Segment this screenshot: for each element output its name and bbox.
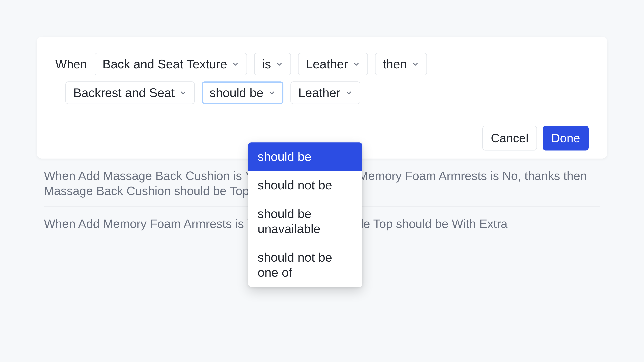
chevron-down-icon [232,60,239,68]
condition-operator-label: is [262,57,271,71]
action-target-label: Backrest and Seat [73,86,175,100]
chevron-down-icon [180,89,187,96]
rule-editor-card: When Back and Seat Texture is Leather [37,37,607,159]
dropdown-option[interactable]: should not be one of [248,243,362,287]
condition-value-dropdown[interactable]: Leather [298,53,368,75]
chevron-down-icon [412,60,419,68]
rule-condition-row: When Back and Seat Texture is Leather [55,53,589,116]
condition-field-dropdown[interactable]: Back and Seat Texture [94,53,247,75]
done-button[interactable]: Done [543,126,589,150]
dropdown-option[interactable]: should not be [248,171,362,199]
when-label: When [55,57,87,71]
then-label: then [383,57,407,71]
chevron-down-icon [276,60,283,68]
action-value-dropdown[interactable]: Leather [290,81,360,104]
chevron-down-icon [353,60,360,68]
dropdown-option[interactable]: should be [248,142,362,171]
chevron-down-icon [268,89,276,96]
condition-field-label: Back and Seat Texture [102,57,227,71]
cancel-button[interactable]: Cancel [482,126,537,150]
action-operator-label: should be [210,86,264,100]
condition-operator-dropdown[interactable]: is [254,53,291,75]
operator-dropdown-popup: should be should not be should be unavai… [248,142,362,287]
action-target-dropdown[interactable]: Backrest and Seat [66,81,195,104]
action-value-label: Leather [298,86,340,100]
dropdown-option[interactable]: should be unavailable [248,200,362,243]
then-dropdown[interactable]: then [375,53,427,75]
condition-value-label: Leather [306,57,348,71]
chevron-down-icon [345,89,352,96]
action-operator-dropdown[interactable]: should be [202,81,284,104]
